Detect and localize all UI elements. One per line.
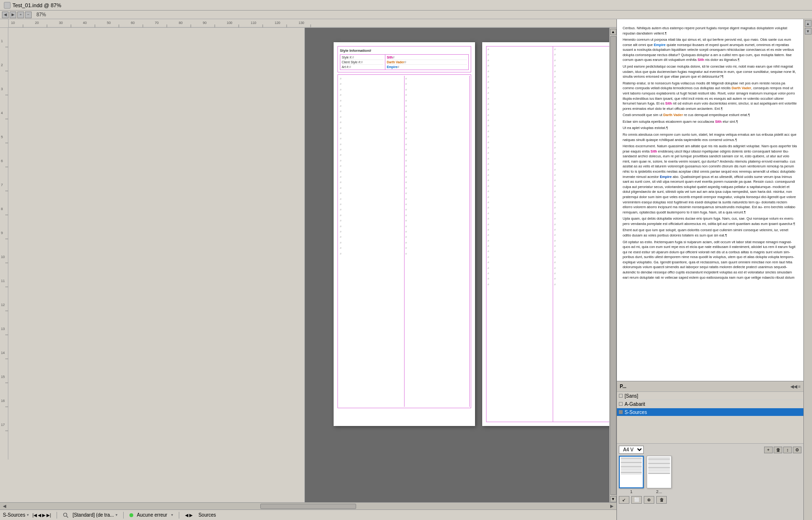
svg-text:130: 130 <box>299 21 304 24</box>
style-empire: Empire# <box>387 65 467 69</box>
far-right-strip: ▲ ▼ <box>803 19 812 520</box>
page-size-select[interactable]: A4 V <box>619 446 644 454</box>
svg-text:70: 70 <box>155 21 159 24</box>
para-9: Hentios excerrument. Natum quassimet am … <box>623 144 798 215</box>
style-name-sources: S-Sources <box>625 410 647 415</box>
style-name-sans: [Sans] <box>625 393 638 399</box>
ruler-v-strip: 1 2 3 4 5 6 7 8 9 <box>0 28 305 502</box>
h-scroll-thumb[interactable] <box>260 504 356 509</box>
page-action-2[interactable]: ⬜ <box>631 496 642 504</box>
strip-btn-1[interactable]: ▲ <box>805 20 812 27</box>
toolbar-zoom-out[interactable]: − <box>25 12 32 18</box>
page-prev[interactable]: ◀ <box>185 513 188 518</box>
svg-text:90: 90 <box>203 21 207 24</box>
para-8: Ro omnis atestiusa con rempore cum sunto… <box>623 132 798 142</box>
nav-first[interactable]: |◀ <box>33 513 37 518</box>
error-label: Aucune erreur <box>137 512 167 518</box>
pages-controls: + 🗑 ↕ ⚙ <box>764 447 801 453</box>
para-6: Ectae sim solupta eperibus eicaborem qua… <box>623 119 798 125</box>
page-action-3[interactable]: ⊕ <box>644 496 654 504</box>
svg-text:12: 12 <box>1 303 5 307</box>
nav-last[interactable]: ▶| <box>46 513 51 518</box>
svg-text:10: 10 <box>11 21 15 24</box>
page-action-1[interactable]: ↙ <box>619 496 629 504</box>
svg-point-62 <box>64 513 67 516</box>
page-thumb-1[interactable]: 1 <box>619 456 644 494</box>
status-sep-2 <box>123 512 124 519</box>
strip-btn-2[interactable]: ▼ <box>805 28 812 35</box>
svg-text:7: 7 <box>1 183 3 187</box>
status-bar: S-Sources ▾ |◀ ◀ ▶ ▶| [Standard] (de tra… <box>0 509 616 520</box>
style-dot-3 <box>619 410 623 414</box>
ruler-corner <box>0 19 9 28</box>
svg-text:17: 17 <box>1 423 5 426</box>
svg-text:110: 110 <box>251 21 256 24</box>
page-thumb-2[interactable]: 2... <box>647 456 672 494</box>
v-scrollbar[interactable]: ▲ ▼ <box>609 28 616 502</box>
styles-list: [Sans] A-Gabarit S-Sources <box>617 392 803 443</box>
status-sep-3 <box>179 512 179 519</box>
text-content-panel: Ceribus. Nihiliquis autem etus eatempo r… <box>617 19 803 381</box>
nav-prev[interactable]: ◀ <box>38 513 41 518</box>
pages-settings[interactable]: ⚙ <box>793 447 801 453</box>
h-scroll-right[interactable]: ▶ <box>608 504 615 508</box>
nav-next[interactable]: ▶ <box>42 513 46 518</box>
page-thumbnail-img-1[interactable] <box>619 456 644 488</box>
close-button[interactable] <box>4 2 11 9</box>
style-label: Style #:# <box>342 55 383 60</box>
error-dot <box>129 513 133 517</box>
scroll-track[interactable] <box>610 36 616 495</box>
para-10: Upta quam, qui debis doluptatia volores … <box>623 216 798 226</box>
h-scrollbar[interactable]: ◀ ▶ <box>0 502 616 509</box>
svg-text:16: 16 <box>1 399 5 402</box>
scroll-down-button[interactable]: ▼ <box>610 496 616 502</box>
zoom-level: 87% <box>36 12 46 17</box>
svg-text:15: 15 <box>1 375 5 378</box>
svg-text:5: 5 <box>1 135 3 139</box>
window-title: Test_01.indd @ 87% <box>12 2 61 8</box>
toolbar-zoom-in[interactable]: + <box>17 12 24 18</box>
pages-delete[interactable]: 🗑 <box>774 447 782 453</box>
status-source: S-Sources ▾ <box>3 512 29 518</box>
app-body: 10 20 30 40 50 60 70 80 90 <box>0 19 812 520</box>
h-scroll-left[interactable]: ◀ <box>1 504 8 508</box>
toolbar-btn-1[interactable]: ◀ <box>2 12 9 18</box>
svg-text:30: 30 <box>59 21 63 24</box>
page-thumbnail-img-2[interactable] <box>647 456 672 488</box>
toolbar-btn-2[interactable]: ▶ <box>10 12 16 18</box>
page-next[interactable]: ▶ <box>189 513 193 518</box>
style-arrow[interactable]: ▾ <box>116 513 117 517</box>
status-style: [Standard] (de tra... ▾ <box>72 512 117 518</box>
style-item-sources[interactable]: S-Sources <box>617 408 803 416</box>
svg-text:60: 60 <box>131 21 135 24</box>
pages-add[interactable]: + <box>764 447 773 453</box>
svg-text:14: 14 <box>1 351 5 355</box>
pages-thumbnails: 1 <box>619 456 801 494</box>
ruler-h-row: 10 20 30 40 50 60 70 80 90 <box>0 19 616 28</box>
pages-subpanel: A4 V + 🗑 ↕ ⚙ <box>617 443 803 520</box>
scroll-up-button[interactable]: ▲ <box>610 29 616 35</box>
pages-move[interactable]: ↕ <box>783 447 792 453</box>
right-panels: Ceribus. Nihiliquis autem etus eatempo r… <box>616 19 803 520</box>
styles-panel-collapse[interactable]: ◀◀ <box>790 384 797 389</box>
page-arrows: ◀ ▶ <box>185 513 193 518</box>
style-item-sans[interactable]: [Sans] <box>617 392 803 400</box>
svg-text:9: 9 <box>1 231 3 235</box>
canvas-area: Style Information# Style #:# Client Styl… <box>305 28 609 502</box>
style-name-gabarit: A-Gabarit <box>625 402 645 407</box>
search-icon <box>63 512 69 518</box>
style-item-gabarit[interactable]: A-Gabarit <box>617 400 803 408</box>
page-action-delete[interactable]: 🗑 <box>656 496 667 504</box>
error-arrow[interactable]: ▾ <box>171 513 173 517</box>
style-label: [Standard] (de tra... <box>72 512 114 518</box>
svg-text:120: 120 <box>275 21 280 24</box>
style-info-title: Style Information# <box>340 48 469 53</box>
source-arrow[interactable]: ▾ <box>27 513 29 517</box>
status-sep-1 <box>57 512 57 519</box>
page-num-1: 1 <box>630 489 632 494</box>
search-icon-area[interactable] <box>63 512 69 518</box>
styles-panel-menu[interactable]: ≡ <box>798 384 800 389</box>
svg-text:6: 6 <box>1 159 3 163</box>
left-section: 10 20 30 40 50 60 70 80 90 <box>0 19 616 520</box>
ruler-h-strip: 10 20 30 40 50 60 70 80 90 <box>9 19 616 28</box>
